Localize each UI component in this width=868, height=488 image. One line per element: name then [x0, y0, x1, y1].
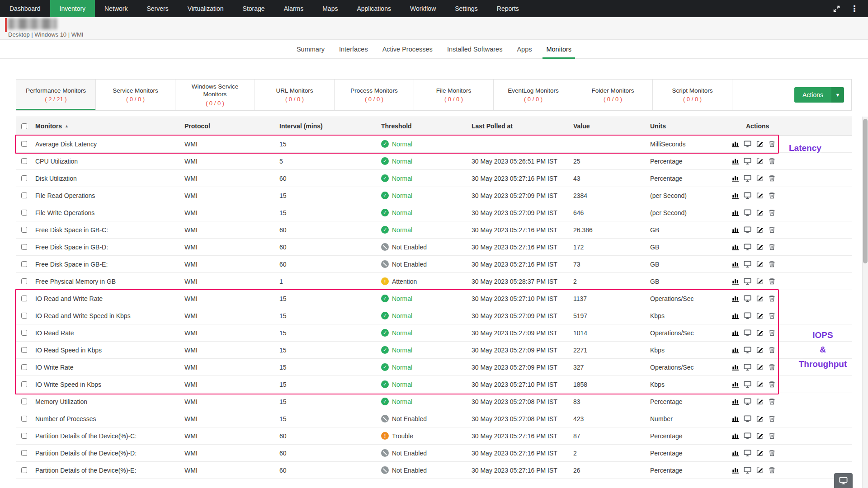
row-checkbox[interactable] [21, 141, 27, 147]
monitor-name[interactable]: IO Read Speed in Kbps [32, 347, 181, 354]
edit-icon[interactable] [756, 140, 764, 148]
more-options-icon[interactable]: ⋮ [850, 4, 859, 13]
edit-icon[interactable] [756, 277, 764, 285]
delete-icon[interactable] [768, 192, 776, 199]
monitor-display-icon[interactable] [744, 243, 751, 251]
delete-icon[interactable] [768, 157, 776, 165]
chart-icon[interactable] [731, 260, 739, 268]
monitor-name[interactable]: Memory Utilization [32, 398, 181, 405]
edit-icon[interactable] [756, 346, 764, 354]
monitor-display-icon[interactable] [744, 329, 751, 337]
monitor-name[interactable]: IO Write Rate [32, 364, 181, 371]
monitor-name[interactable]: Disk Utilization [32, 175, 181, 182]
monitor-tab-service[interactable]: Service Monitors ( 0 / 0 ) [96, 80, 175, 110]
monitor-display-icon[interactable] [744, 466, 751, 474]
delete-icon[interactable] [768, 449, 776, 457]
row-checkbox[interactable] [21, 364, 27, 371]
monitor-display-icon[interactable] [744, 415, 751, 422]
actions-button[interactable]: Actions [794, 87, 831, 103]
nav-item-virtualization[interactable]: Virtualization [178, 0, 233, 17]
monitor-tab-performance[interactable]: Performance Monitors ( 2 / 21 ) [16, 80, 96, 110]
delete-icon[interactable] [768, 209, 776, 216]
monitor-tab-url[interactable]: URL Monitors ( 0 / 0 ) [255, 80, 335, 110]
delete-icon[interactable] [768, 174, 776, 182]
nav-item-reports[interactable]: Reports [487, 0, 528, 17]
edit-icon[interactable] [756, 312, 764, 319]
chart-icon[interactable] [731, 415, 739, 422]
monitor-display-icon[interactable] [744, 346, 751, 354]
chart-icon[interactable] [731, 209, 739, 216]
nav-item-alarms[interactable]: Alarms [274, 0, 313, 17]
row-checkbox[interactable] [21, 432, 27, 439]
row-checkbox[interactable] [21, 295, 27, 302]
monitor-name[interactable]: Average Disk Latency [32, 141, 181, 148]
actions-dropdown-caret[interactable]: ▼ [831, 87, 844, 103]
nav-item-network[interactable]: Network [95, 0, 137, 17]
chart-icon[interactable] [731, 380, 739, 388]
monitor-name[interactable]: IO Read and Write Speed in Kbps [32, 312, 181, 319]
monitor-name[interactable]: Partition Details of the Device(%)-D: [32, 450, 181, 457]
row-checkbox[interactable] [21, 398, 27, 405]
edit-icon[interactable] [756, 329, 764, 337]
row-checkbox[interactable] [21, 329, 27, 336]
monitor-tab-folder[interactable]: Folder Monitors ( 0 / 0 ) [573, 80, 653, 110]
select-all-checkbox[interactable] [21, 123, 27, 130]
chart-icon[interactable] [731, 243, 739, 251]
delete-icon[interactable] [768, 398, 776, 405]
row-checkbox[interactable] [21, 158, 27, 164]
delete-icon[interactable] [768, 295, 776, 302]
tab-interfaces[interactable]: Interfaces [339, 40, 368, 58]
monitor-tab-windows-service[interactable]: Windows Service Monitors ( 0 / 0 ) [175, 80, 255, 110]
nav-item-workflow[interactable]: Workflow [401, 0, 445, 17]
row-checkbox[interactable] [21, 467, 27, 474]
monitor-name[interactable]: Free Disk Space in GB-D: [32, 244, 181, 251]
edit-icon[interactable] [756, 398, 764, 405]
row-checkbox[interactable] [21, 175, 27, 182]
chart-icon[interactable] [731, 312, 739, 319]
monitor-display-icon[interactable] [744, 380, 751, 388]
edit-icon[interactable] [756, 192, 764, 199]
scrollbar-track[interactable] [862, 117, 868, 488]
monitor-display-icon[interactable] [744, 295, 751, 302]
monitor-display-icon[interactable] [744, 449, 751, 457]
nav-item-dashboard[interactable]: Dashboard [0, 0, 50, 17]
delete-icon[interactable] [768, 260, 776, 268]
nav-item-maps[interactable]: Maps [313, 0, 347, 17]
monitor-name[interactable]: IO Read Rate [32, 329, 181, 337]
delete-icon[interactable] [768, 226, 776, 234]
tab-installed-softwares[interactable]: Installed Softwares [447, 40, 503, 58]
monitor-name[interactable]: File Write Operations [32, 209, 181, 216]
monitor-name[interactable]: Free Disk Space in GB-E: [32, 261, 181, 268]
chart-icon[interactable] [731, 329, 739, 337]
edit-icon[interactable] [756, 466, 764, 474]
chart-icon[interactable] [731, 295, 739, 302]
tab-summary[interactable]: Summary [297, 40, 325, 58]
col-header-monitors[interactable]: Monitors▲ [32, 122, 181, 130]
chart-icon[interactable] [731, 140, 739, 148]
row-checkbox[interactable] [21, 261, 27, 267]
delete-icon[interactable] [768, 140, 776, 148]
tab-apps[interactable]: Apps [517, 40, 532, 58]
chart-icon[interactable] [731, 174, 739, 182]
monitor-display-icon[interactable] [744, 398, 751, 405]
chart-icon[interactable] [731, 277, 739, 285]
monitor-display-icon[interactable] [744, 140, 751, 148]
monitor-name[interactable]: IO Read and Write Rate [32, 295, 181, 302]
edit-icon[interactable] [756, 380, 764, 388]
delete-icon[interactable] [768, 312, 776, 319]
monitor-name[interactable]: Number of Processes [32, 415, 181, 422]
nav-item-storage[interactable]: Storage [233, 0, 274, 17]
edit-icon[interactable] [756, 226, 764, 234]
scrollbar-thumb[interactable] [863, 119, 868, 263]
monitor-display-icon[interactable] [744, 157, 751, 165]
row-checkbox[interactable] [21, 415, 27, 422]
monitor-tab-eventlog[interactable]: EventLog Monitors ( 0 / 0 ) [494, 80, 573, 110]
chart-icon[interactable] [731, 192, 739, 199]
monitor-name[interactable]: Partition Details of the Device(%)-C: [32, 432, 181, 440]
chart-icon[interactable] [731, 157, 739, 165]
edit-icon[interactable] [756, 174, 764, 182]
monitor-display-icon[interactable] [744, 432, 751, 440]
monitor-display-icon[interactable] [744, 174, 751, 182]
edit-icon[interactable] [756, 209, 764, 216]
chart-icon[interactable] [731, 449, 739, 457]
